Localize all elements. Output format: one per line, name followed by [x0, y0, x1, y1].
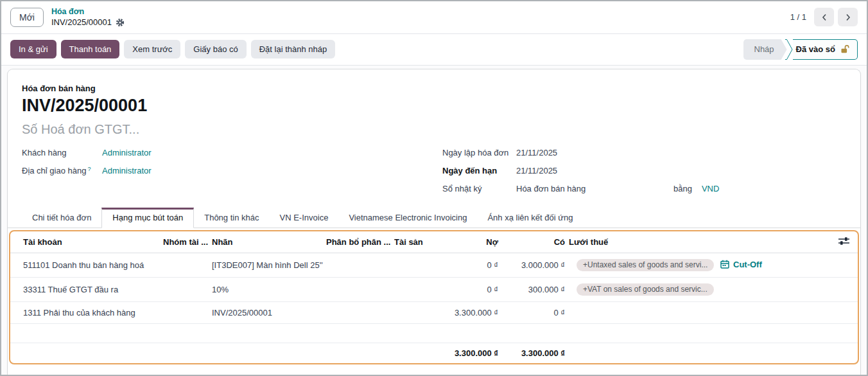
invoice-date-label: Ngày lập hóa đơn — [442, 148, 516, 157]
currency-label: bằng — [673, 184, 692, 193]
tab-other-info[interactable]: Thông tin khác — [194, 208, 269, 228]
cell-debit[interactable]: 0 ₫ — [437, 253, 502, 277]
vat-invoice-number-field[interactable]: Số Hoá đơn GTGT... — [22, 122, 846, 137]
invoice-date-value[interactable]: 21/11/2025 — [516, 148, 557, 157]
field-group: Khách hàng Administrator Địa chỉ giao hà… — [22, 148, 846, 202]
cutoff-label: Cut-Off — [733, 260, 762, 269]
table-row[interactable]: 1311 Phải thu của khách hàng INV/2025/00… — [10, 301, 858, 323]
delivery-address-label: Địa chỉ giao hàng? — [22, 166, 102, 175]
breadcrumb-parent-link[interactable]: Hóa đơn — [51, 7, 125, 17]
calendar-icon — [720, 260, 729, 269]
table-row[interactable]: 33311 Thuế GTGT đầu ra 10% 0 ₫ 300.000 ₫… — [10, 277, 858, 301]
journal-label: Sổ nhật ký — [442, 184, 516, 193]
tab-vietnamese-electronic-invoicing[interactable]: Vietnamese Electronic Invoicing — [338, 208, 477, 228]
cell-credit[interactable]: 300.000 ₫ — [502, 277, 569, 301]
table-row[interactable]: 511101 Doanh thu bán hàng hoá [IT3DE007]… — [10, 253, 858, 277]
customer-value-link[interactable]: Administrator — [102, 148, 152, 157]
tab-counterpart-mapping[interactable]: Ánh xạ liên kết đối ứng — [477, 208, 583, 228]
cell-credit[interactable]: 3.000.000 ₫ — [502, 253, 569, 277]
sliders-icon — [838, 237, 849, 246]
column-header-credit[interactable]: Có — [502, 231, 569, 253]
new-record-button[interactable]: Mới — [10, 8, 44, 27]
column-header-label[interactable]: Nhãn — [212, 231, 326, 253]
document-type-label: Hóa đơn bán hàng — [22, 84, 846, 93]
tab-invoice-lines[interactable]: Chi tiết hóa đơn — [22, 208, 101, 228]
cell-analytic[interactable] — [326, 301, 394, 323]
totals-row: 3.300.000 ₫ 3.300.000 ₫ — [10, 343, 858, 363]
chevron-left-icon — [822, 13, 827, 21]
chevron-right-icon — [846, 13, 851, 21]
cutoff-link[interactable]: Cut-Off — [720, 260, 762, 269]
cell-tax-grids[interactable]: +VAT on sales of goods and servic... — [569, 277, 720, 301]
cell-credit[interactable]: 0 ₫ — [502, 301, 569, 323]
help-icon: ? — [87, 166, 91, 172]
cell-cutoff[interactable]: Cut-Off — [720, 253, 828, 277]
gear-icon[interactable] — [116, 18, 125, 27]
due-date-label: Ngày đến hạn — [442, 166, 516, 175]
cell-label[interactable]: INV/2025/00001 — [212, 301, 326, 323]
status-draft[interactable]: Nháp — [743, 39, 787, 60]
cell-cutoff[interactable] — [720, 301, 828, 323]
cell-account[interactable]: 511101 Doanh thu bán hàng hoá — [10, 253, 163, 277]
preview-button[interactable]: Xem trước — [124, 40, 180, 58]
cell-label[interactable]: [IT3DE007] Màn hình Dell 25'' — [212, 253, 326, 277]
delivery-address-value-link[interactable]: Administrator — [102, 166, 152, 175]
print-send-button[interactable]: In & gửi — [10, 40, 56, 58]
status-posted-label: Đã vào sổ — [796, 44, 835, 54]
cell-debit[interactable]: 0 ₫ — [437, 277, 502, 301]
reset-to-draft-button[interactable]: Đặt lại thành nháp — [251, 40, 336, 58]
cell-debit[interactable]: 3.300.000 ₫ — [437, 301, 502, 323]
column-header-debit[interactable]: Nợ — [437, 231, 502, 253]
breadcrumb: Hóa đơn INV/2025/00001 — [51, 7, 125, 28]
column-header-account[interactable]: Tài khoản — [10, 231, 163, 253]
column-header-account-group[interactable]: Nhóm tài ... — [163, 231, 212, 253]
form-view: Hóa đơn bán hàng INV/2025/00001 Số Hoá đ… — [1, 66, 867, 375]
tax-grid-tag[interactable]: +Untaxed sales of goods and servi... — [577, 259, 714, 271]
total-debit: 3.300.000 ₫ — [437, 343, 502, 363]
column-header-tax-grids[interactable]: Lưới thuế — [569, 231, 720, 253]
total-credit: 3.300.000 ₫ — [502, 343, 569, 363]
tab-journal-items[interactable]: Hạng mục bút toán — [101, 208, 194, 228]
action-bar: In & gửi Thanh toán Xem trước Giấy báo c… — [1, 34, 867, 66]
document-name[interactable]: INV/2025/00001 — [22, 96, 846, 116]
cell-cutoff[interactable] — [720, 277, 828, 301]
cell-analytic[interactable] — [326, 253, 394, 277]
cell-account-group[interactable] — [163, 301, 212, 323]
optional-columns-button[interactable] — [828, 231, 858, 253]
cell-tax-grids[interactable]: +Untaxed sales of goods and servi... — [569, 253, 720, 277]
cell-analytic[interactable] — [326, 277, 394, 301]
cell-account[interactable]: 1311 Phải thu của khách hàng — [10, 301, 163, 323]
currency-value-link[interactable]: VND — [702, 184, 719, 193]
credit-note-button[interactable]: Giấy báo có — [185, 40, 246, 58]
tax-grid-tag[interactable]: +VAT on sales of goods and servic... — [577, 283, 714, 296]
odoo-window: Mới Hóa đơn INV/2025/00001 1 / 1 — [0, 0, 868, 376]
cell-account-group[interactable] — [163, 253, 212, 277]
pager-previous-button[interactable] — [814, 8, 834, 26]
pager-count: 1 / 1 — [790, 12, 806, 22]
column-header-analytic[interactable]: Phân bổ phân ... — [326, 231, 394, 253]
due-date-value[interactable]: 21/11/2025 — [516, 166, 557, 175]
cell-asset[interactable] — [394, 277, 437, 301]
empty-row[interactable] — [10, 323, 858, 343]
cell-label[interactable]: 10% — [212, 277, 326, 301]
column-header-asset[interactable]: Tài sản — [394, 231, 437, 253]
customer-label: Khách hàng — [22, 148, 102, 157]
breadcrumb-current: INV/2025/00001 — [51, 17, 112, 28]
cell-account-group[interactable] — [163, 277, 212, 301]
status-bar: Nháp Đã vào sổ — [743, 39, 858, 60]
pay-button[interactable]: Thanh toán — [61, 40, 120, 58]
journal-value[interactable]: Hóa đơn bán hàng — [516, 184, 673, 193]
cell-account[interactable]: 33311 Thuế GTGT đầu ra — [10, 277, 163, 301]
notebook-tabs: Chi tiết hóa đơn Hạng mục bút toán Thông… — [8, 208, 860, 228]
breadcrumb-bar: Mới Hóa đơn INV/2025/00001 1 / 1 — [1, 1, 867, 34]
cell-asset[interactable] — [394, 301, 437, 323]
cell-asset[interactable] — [394, 253, 437, 277]
cell-end — [828, 253, 858, 277]
column-header-cutoff — [720, 231, 828, 253]
pager: 1 / 1 — [790, 8, 858, 26]
cell-tax-grids[interactable] — [569, 301, 720, 323]
pager-next-button[interactable] — [838, 8, 858, 26]
status-posted[interactable]: Đã vào sổ — [793, 39, 858, 60]
tab-vn-einvoice[interactable]: VN E-Invoice — [270, 208, 339, 228]
journal-items-table: Tài khoản Nhóm tài ... Nhãn Phân bổ phân… — [9, 230, 859, 364]
